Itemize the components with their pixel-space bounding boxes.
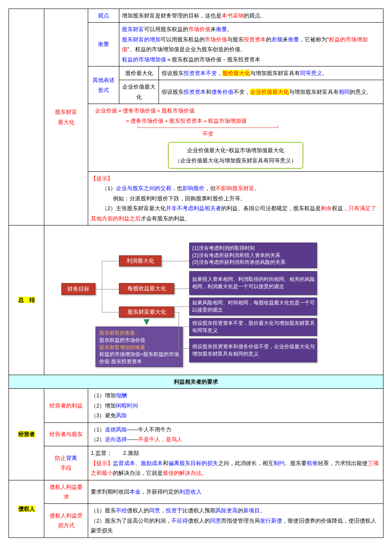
line-icon	[179, 312, 179, 348]
measure-label: 衡量	[88, 23, 119, 66]
panel-4: 假设股东投资资本不变，股价最大化与增加股东财富具有同等意义	[189, 318, 317, 336]
summary-diagram: 财务目标 利润最大化 每股收益最大化 股东财富最大化 (1)没有考虑利润的取得时…	[44, 225, 383, 375]
mgr-r2-content: （1）道德风险——牛人不用牛力 （2）逆向选择——不是牛人，是鸟人	[88, 422, 383, 446]
line-icon	[102, 261, 102, 312]
node-profit: 利润最大化	[119, 255, 161, 266]
line-icon	[161, 261, 189, 261]
mgr-r1-label: 经营者的利益	[44, 389, 88, 422]
line-icon	[179, 348, 189, 349]
line-icon	[174, 312, 179, 312]
formula-line2: ＝债务市场价值＋股东投资资本＋权益市场增加值	[91, 116, 380, 126]
main-table: 股东财富 最大化 观点 增加股东财富是财务管理的目标，这也是本书采纳的观点。 衡…	[9, 9, 383, 538]
formula-cell: 企业价值＝债务市场价值＋股权市场价值 ＝债务市场价值＋股东投资资本＋权益市场增加…	[88, 104, 383, 172]
section-header-stakeholders: 利益相关者的要求	[9, 375, 383, 389]
mgr-r3-content: 1.监督； 2.激励 【提示】监督成本、激励成本和偏离股东目标的损失之间，此消彼…	[88, 446, 383, 480]
line-icon	[174, 306, 189, 307]
panel-5: 假设股东投资资本和债务价值不变，企业价值最大化与增加股东财富具有相同的意义	[189, 338, 317, 362]
line-icon	[102, 261, 119, 261]
line-icon	[174, 289, 189, 289]
o1-content: 假设股东投资资本不变，股价最大化与增加股东财富具有同等意义。	[159, 66, 383, 80]
node-eps: 每股收益最大化	[119, 283, 174, 294]
o2-content: 假设股东投资资本和债务价值不变，企业价值最大化与增加股东财富具有相同的意义。	[159, 80, 383, 104]
mgr-r3-label: 防止背离手段	[44, 446, 88, 480]
panel-2: 如果投入资本相同、利润取得的时间相同、相关的风险相同，利润最大化是一个可以接受的…	[189, 271, 317, 295]
cred-r1-content: 要求到期时收回本金，并获得约定的利息收入	[88, 480, 383, 504]
o1-sub: 股价最大化	[119, 66, 159, 80]
wealth-measure-box: 股东财富的衡量： 股东权益的市场价值 股东财富增加的衡量： 权益的市场增加值=股…	[95, 327, 183, 367]
formula-line1: 企业价值＝债务市场价值＋股权市场价值	[91, 106, 380, 116]
line-icon	[179, 327, 189, 327]
summary-label: 总 结	[9, 225, 44, 375]
node-root: 财务目标	[61, 283, 95, 295]
panel-1: (1)没有考虑利润的取得时间 (2)没有考虑所获利润和投入资本的关系 (3)没有…	[189, 243, 317, 268]
o2-sub: 企业价值最大化	[119, 80, 159, 104]
other-label: 其他表述形式	[88, 66, 119, 104]
node-wealth: 股东财富最大化	[119, 306, 174, 318]
viewpoint-label: 观点	[88, 9, 119, 23]
arrow-down-icon	[144, 319, 150, 325]
line-icon	[95, 289, 119, 289]
tip-cell: 【提示】 （1）企业与股东之间的交易，也影响股价，但不影响股东财富。 例如：分派…	[88, 172, 383, 225]
bracket-icon: 不变	[138, 127, 278, 138]
formula-box: 企业价值最大化=权益市场增加值最大化（企业价值最大化与增加股东财富具有同等意义）	[91, 141, 380, 170]
mgr-r2-label: 经营者与股东	[44, 422, 88, 446]
measure-content: 股东财富可以用股东权益的市场价值来衡量。 股东财富的增加可以用股东权益的市场价值…	[119, 23, 383, 66]
col1-empty	[9, 9, 44, 225]
line-icon	[102, 312, 119, 312]
cred-col1: 债权人	[9, 480, 44, 538]
viewpoint-content: 增加股东财富是财务管理的目标，这也是本书采纳的观点。	[119, 9, 383, 23]
cred-r2-label: 债权人利益受损方式	[44, 504, 88, 538]
cred-r1-label: 债权人利益要求	[44, 480, 88, 504]
panel-3: 如果风险相同、时间相同，每股收益最大化也是一个可以接受的观念	[189, 298, 317, 315]
mgr-r1-content: （1）增加报酬 （2）增加闲暇时间 （3）避免风险	[88, 389, 383, 422]
cred-r2-content: （1）股东不经债权人的同意，投资于比债权人预期风险更高的新项目。 （2）股东为了…	[88, 504, 383, 538]
col2-label: 股东财富 最大化	[44, 9, 88, 225]
mgr-col1: 经营者	[9, 389, 44, 480]
